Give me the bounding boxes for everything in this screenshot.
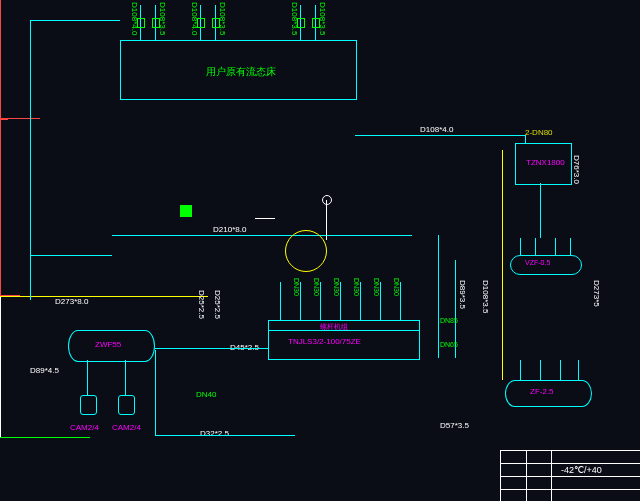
tnj-s3 (320, 282, 321, 320)
zf-s1 (520, 360, 521, 380)
lbl-d273v: D273*5 (592, 280, 601, 307)
lbl-dn40: DN40 (196, 390, 216, 399)
valve-top-1 (137, 18, 145, 28)
tnj-s6 (380, 282, 381, 320)
tnj-s5 (360, 282, 361, 320)
title-block: -42℃/+40 (500, 450, 640, 501)
redv3 (0, 215, 1, 295)
yellow-vert-r (502, 150, 503, 380)
lbl-d32: D32*2.5 (200, 429, 229, 438)
redh2 (0, 119, 8, 120)
lbl-zf: ZF-2.5 (530, 387, 554, 396)
pump1-line (87, 360, 88, 395)
left-main-v (30, 20, 31, 300)
pump1 (80, 395, 97, 415)
zf-s2 (540, 360, 541, 380)
redv2 (0, 120, 1, 215)
lbl-d89l: D89*4.5 (30, 366, 59, 375)
pump2-line (125, 360, 126, 395)
lbl-2dn80: 2-DN80 (525, 128, 553, 137)
lbl-d25b: D25*2.5 (213, 290, 222, 319)
pump2 (118, 395, 135, 415)
vzf-s3 (555, 238, 556, 255)
lbl-zwf: ZWF55 (95, 340, 121, 349)
header-mid (112, 235, 412, 236)
vzf-s2 (535, 238, 536, 255)
filter-circle (285, 230, 327, 272)
tnj-s1 (280, 282, 281, 320)
lbl-cam1: CAM2/4 (70, 423, 99, 432)
left-top-h (30, 20, 120, 21)
green-ind (180, 205, 192, 217)
lbl-cam2: CAM2/4 (112, 423, 141, 432)
lbl-d108r: D108*3.5 (481, 280, 490, 313)
zf-s3 (560, 360, 561, 380)
temp-label: -42℃/+40 (561, 465, 602, 475)
tnjlbl4: DN30 (353, 278, 360, 296)
bottom-v1 (155, 350, 156, 435)
bottom-h1 (155, 435, 295, 436)
lbl-vzf: VZF-0.5 (525, 259, 550, 266)
tnjlbl1: DN30 (293, 278, 300, 296)
tnj-s7 (400, 282, 401, 320)
lbl-d108top: D108*4.0 (420, 125, 453, 134)
mrv1 (438, 235, 439, 358)
lbl-dn85g: DN85 (440, 317, 458, 324)
tnj-s4 (340, 282, 341, 320)
valve-top-4 (212, 18, 220, 28)
tznx-down (540, 183, 541, 238)
lbl-d210: D210*8.0 (213, 225, 246, 234)
tnjlbl2: DN30 (313, 278, 320, 296)
vzf-s1 (520, 238, 521, 255)
valve-top-3 (197, 18, 205, 28)
lbl-tnjtop: 螺杆机组 (320, 322, 348, 332)
lbl-tnj: TNJLS3/2-100/75ZE (288, 337, 361, 346)
lbl-d57: D57*3.5 (440, 421, 469, 430)
zf-s4 (578, 360, 579, 380)
lbl-d273: D273*8.0 (55, 297, 88, 306)
wline2 (326, 200, 327, 240)
top-block-label: 用户原有流态床 (206, 65, 276, 79)
tnj-s2 (300, 282, 301, 320)
tnjlbl6: DN30 (393, 278, 400, 296)
lbl-dn65g: DN65 (440, 341, 458, 348)
valve-top-5 (297, 18, 305, 28)
lbl-d76: D76*3.0 (572, 155, 581, 184)
tnjlbl5: DN30 (373, 278, 380, 296)
lbl-d25a: D25*2.5 (197, 290, 206, 319)
redv1 (0, 0, 1, 118)
header-left (30, 255, 112, 256)
tnjlbl3: DN30 (333, 278, 340, 296)
valve-top-6 (312, 18, 320, 28)
d45-line (155, 348, 268, 349)
drawing-canvas: 用户原有流态床 D108*4.0 D108*3.5 D108*4.0 D108*… (0, 0, 640, 501)
lbl-tznx: TZNX1800 (526, 158, 565, 167)
valve-top-2 (152, 18, 160, 28)
vzf-s4 (570, 238, 571, 255)
white-v-r (0, 297, 1, 437)
wline1 (255, 218, 275, 219)
small-circ (322, 195, 332, 205)
green-bot (0, 437, 90, 438)
lbl-d89v: D89*3.5 (458, 280, 467, 309)
d108-top-right (355, 135, 525, 136)
top-block: 用户原有流态床 (120, 40, 357, 100)
yellow-bottom (0, 296, 208, 297)
